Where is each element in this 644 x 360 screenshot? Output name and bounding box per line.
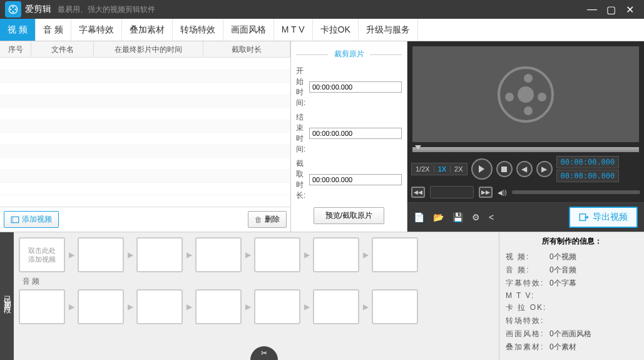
play-icon — [479, 165, 484, 173]
scrub-thumb[interactable] — [415, 145, 421, 150]
video-track[interactable]: 双击此处 添加视频 ▶ ▶ ▶ ▶ ▶ ▶ — [19, 237, 494, 272]
app-subtitle: 最易用、强大的视频剪辑软件 — [58, 4, 155, 15]
speed-selector: 1/2X 1X 2X — [411, 163, 468, 175]
col-filename[interactable]: 文件名 — [31, 41, 94, 57]
tab-karaoke[interactable]: 卡拉OK — [313, 19, 359, 41]
audio-slot[interactable] — [313, 289, 359, 324]
tab-audio[interactable]: 音 频 — [36, 19, 71, 41]
audio-track[interactable]: ▶ ▶ ▶ ▶ ▶ ▶ — [19, 289, 494, 324]
maximize-button[interactable]: ▢ — [601, 4, 620, 16]
audio-slot[interactable] — [136, 289, 183, 324]
export-icon — [579, 212, 589, 222]
tab-video[interactable]: 视 频 — [0, 19, 36, 41]
timecode-current: 00:00:00.000 — [556, 156, 620, 168]
svg-point-2 — [13, 11, 14, 13]
audio-slot[interactable] — [195, 289, 242, 324]
audio-slot[interactable] — [78, 289, 124, 324]
settings-icon[interactable]: ⚙ — [472, 212, 480, 222]
add-clip-slot[interactable]: 双击此处 添加视频 — [19, 237, 65, 272]
reel-placeholder-icon — [498, 66, 554, 123]
project-info-panel: 所有制作的信息： 视 频:0个视频 音 频:0个音频 字幕特效:0个字幕 M T… — [499, 232, 644, 360]
duration-input[interactable] — [309, 174, 402, 185]
speed-2x[interactable]: 2X — [451, 165, 466, 173]
svg-rect-5 — [11, 217, 19, 222]
preview-clip-button[interactable]: 预览/截取原片 — [314, 207, 384, 224]
end-label: 结束时间: — [296, 112, 307, 155]
tab-transition[interactable]: 转场特效 — [173, 19, 223, 41]
toolbar: 📄 📂 💾 ⚙ < 导出视频 — [407, 202, 644, 232]
preview-volume-bar[interactable] — [512, 190, 640, 194]
timecode-total: 00:00:00.000 — [556, 170, 620, 182]
clip-slot[interactable] — [372, 237, 418, 272]
stop-button[interactable] — [496, 161, 513, 177]
start-label: 开始时间: — [296, 66, 307, 108]
minimize-button[interactable]: ― — [583, 4, 601, 15]
tab-subtitle-fx[interactable]: 字幕特效 — [71, 19, 122, 41]
next-frame-button[interactable] — [536, 161, 553, 177]
play-button[interactable] — [471, 158, 493, 180]
delete-button[interactable]: 🗑 删除 — [248, 211, 287, 228]
app-name: 爱剪辑 — [25, 4, 51, 15]
file-list-panel: 序号 文件名 在最终影片中的时间 截取时长 添加视频 🗑 删除 — [0, 41, 291, 232]
section-clip: 裁剪原片 — [296, 49, 402, 59]
svg-point-3 — [10, 9, 12, 11]
scrub-bar[interactable] — [412, 147, 639, 152]
col-index[interactable]: 序号 — [0, 41, 31, 57]
stop-icon — [501, 167, 507, 172]
svg-rect-7 — [580, 214, 585, 221]
clip-slot[interactable] — [313, 237, 359, 272]
share-icon[interactable]: < — [489, 212, 494, 222]
film-icon — [11, 215, 19, 224]
cut-button[interactable]: ✂ — [250, 346, 278, 360]
tab-mtv[interactable]: M T V — [274, 19, 313, 41]
table-body[interactable] — [0, 58, 290, 207]
preview-viewport[interactable] — [412, 46, 639, 142]
audio-slot[interactable] — [254, 289, 300, 324]
film-reel-icon — [8, 4, 18, 14]
save-project-icon[interactable]: 💾 — [452, 212, 463, 222]
add-video-button[interactable]: 添加视频 — [4, 211, 59, 228]
main-tabs: 视 频 音 频 字幕特效 叠加素材 转场特效 画面风格 M T V 卡拉OK 升… — [0, 19, 644, 41]
col-duration[interactable]: 截取时长 — [203, 41, 290, 57]
preview-panel: 1/2X 1X 2X 00:00:00.000 00:00:00.000 ◀))… — [407, 41, 644, 232]
col-time[interactable]: 在最终影片中的时间 — [94, 41, 203, 57]
clip-slot[interactable] — [78, 237, 124, 272]
dur-label: 截取时长: — [296, 158, 307, 201]
svg-point-4 — [15, 9, 17, 11]
export-video-button[interactable]: 导出视频 — [569, 207, 638, 228]
fastforward-button[interactable] — [479, 187, 493, 198]
new-project-icon[interactable]: 📄 — [414, 212, 424, 222]
clip-slot[interactable] — [136, 237, 183, 272]
start-time-input[interactable] — [309, 81, 402, 93]
app-logo — [5, 1, 21, 18]
chevron-right-icon: ▶ — [65, 250, 78, 259]
svg-point-1 — [13, 6, 14, 8]
end-time-input[interactable] — [309, 128, 402, 139]
speed-1x[interactable]: 1X — [434, 165, 451, 173]
clip-slot[interactable] — [195, 237, 242, 272]
tab-overlay[interactable]: 叠加素材 — [122, 19, 173, 41]
audio-track-label: 音 频 — [23, 276, 494, 287]
speed-half[interactable]: 1/2X — [412, 165, 434, 173]
title-bar: 爱剪辑 最易用、强大的视频剪辑软件 ― ▢ ✕ — [0, 0, 644, 19]
clip-settings-panel: 裁剪原片 开始时间: 结束时间: 截取时长: 预览/截取原片 声音设置 使用音轨… — [291, 41, 407, 232]
audio-slot[interactable] — [372, 289, 418, 324]
clip-slot[interactable] — [254, 237, 300, 272]
prev-frame-button[interactable] — [516, 161, 533, 177]
tab-style[interactable]: 画面风格 — [223, 19, 274, 41]
tab-upgrade[interactable]: 升级与服务 — [359, 19, 418, 41]
rewind-button[interactable] — [411, 187, 425, 198]
audio-slot[interactable] — [19, 289, 65, 324]
info-title: 所有制作的信息： — [506, 236, 638, 247]
timeline-tab[interactable]: 已添加片段 — [0, 232, 14, 360]
close-button[interactable]: ✕ — [620, 4, 639, 16]
trash-icon: 🗑 — [255, 215, 262, 224]
scissors-icon: ✂ — [261, 349, 267, 357]
timeline: 双击此处 添加视频 ▶ ▶ ▶ ▶ ▶ ▶ 音 频 ▶ ▶ ▶ ▶ ▶ ▶ ✂ — [14, 232, 499, 360]
mute-icon[interactable]: ◀)) — [498, 189, 507, 196]
jog-wheel[interactable] — [430, 186, 474, 198]
open-project-icon[interactable]: 📂 — [433, 212, 444, 222]
table-header: 序号 文件名 在最终影片中的时间 截取时长 — [0, 41, 290, 58]
